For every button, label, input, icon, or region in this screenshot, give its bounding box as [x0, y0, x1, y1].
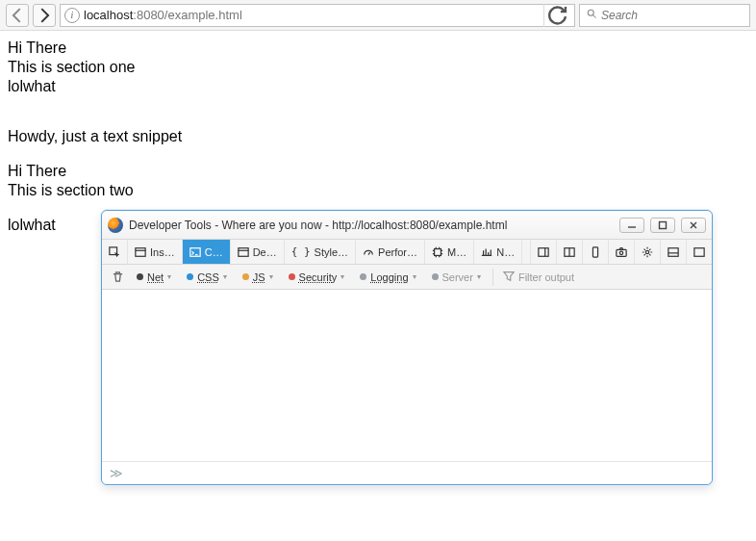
devtools-title: Developer Tools - Where are you now - ht…	[129, 219, 614, 232]
maximize-button[interactable]	[650, 218, 675, 233]
arrow-left-icon	[7, 5, 28, 26]
dock-side-button[interactable]	[531, 240, 557, 264]
filter-server[interactable]: Server▾	[425, 268, 488, 287]
trash-icon	[112, 270, 124, 283]
svg-point-0	[588, 10, 593, 15]
camera-icon	[616, 246, 627, 258]
funnel-icon	[503, 270, 515, 284]
debugger-icon	[238, 246, 249, 258]
filter-output[interactable]: Filter output	[497, 270, 574, 284]
devtools-titlebar[interactable]: Developer Tools - Where are you now - ht…	[102, 211, 712, 240]
gear-icon	[642, 246, 653, 258]
console-icon	[189, 246, 201, 258]
browser-toolbar: i localhost:8080/example.html	[0, 0, 756, 31]
console-input[interactable]: ≫	[102, 461, 712, 484]
tab-console[interactable]: C…	[183, 240, 231, 264]
filter-logging[interactable]: Logging▾	[353, 268, 422, 287]
svg-rect-7	[539, 247, 548, 256]
picker-icon	[109, 246, 120, 258]
maximize-icon	[658, 220, 668, 230]
filter-net[interactable]: Net▾	[130, 268, 178, 287]
tab-network[interactable]: N…	[474, 240, 522, 264]
svg-rect-3	[136, 247, 145, 256]
text-line: lolwhat	[8, 77, 748, 96]
search-input[interactable]	[601, 9, 746, 22]
dot-icon	[137, 273, 143, 280]
svg-point-12	[645, 250, 648, 253]
tab-memory[interactable]: M…	[425, 240, 474, 264]
dot-icon	[242, 273, 249, 280]
gauge-icon	[363, 246, 374, 258]
url-bar[interactable]: i localhost:8080/example.html	[60, 4, 575, 27]
arrow-right-icon	[34, 5, 55, 26]
svg-point-11	[619, 251, 622, 254]
reload-button[interactable]	[543, 4, 570, 27]
separator	[492, 269, 493, 286]
window-buttons	[619, 218, 706, 233]
clear-console-button[interactable]	[106, 270, 129, 283]
text-line: This is section one	[8, 58, 748, 77]
filter-security[interactable]: Security▾	[282, 268, 352, 287]
text-line: Hi There	[8, 162, 748, 181]
dot-icon	[360, 273, 366, 280]
close-button[interactable]	[681, 218, 706, 233]
iframe-picker-button[interactable]	[102, 240, 128, 264]
search-bar[interactable]	[579, 4, 750, 27]
devtools-window: Developer Tools - Where are you now - ht…	[101, 210, 713, 485]
settings-button[interactable]	[635, 240, 661, 264]
responsive-mode-button[interactable]	[583, 240, 609, 264]
dot-icon	[289, 273, 295, 280]
svg-rect-9	[592, 246, 597, 256]
filter-js[interactable]: JS▾	[236, 268, 280, 287]
url-text: localhost:8080/example.html	[84, 8, 540, 22]
console-filter-bar: Net▾ CSS▾ JS▾ Security▾ Logging▾ Server▾…	[102, 265, 712, 290]
minimize-icon	[627, 220, 637, 230]
dock-split-button[interactable]	[557, 240, 583, 264]
svg-rect-5	[238, 247, 247, 256]
back-button[interactable]	[6, 4, 29, 27]
svg-rect-13	[668, 247, 678, 256]
minimize-button[interactable]	[619, 218, 644, 233]
tab-debugger[interactable]: De…	[231, 240, 285, 264]
text-line: This is section two	[8, 181, 748, 200]
filter-css[interactable]: CSS▾	[180, 268, 234, 287]
dock-window-icon	[693, 246, 705, 258]
window-icon	[135, 246, 146, 258]
screenshot-button[interactable]	[609, 240, 635, 264]
text-line: Howdy, just a text snippet	[8, 127, 748, 146]
prompt-icon: ≫	[110, 466, 123, 480]
svg-rect-14	[694, 247, 704, 256]
network-icon	[481, 246, 492, 258]
devtools-tabstrip: Ins… C… De… { }Style… Perfor… M… N…	[102, 240, 712, 265]
svg-rect-10	[617, 249, 626, 256]
dock-window-button[interactable]	[687, 240, 712, 264]
svg-rect-1	[660, 221, 667, 228]
forward-button[interactable]	[33, 4, 56, 27]
memory-icon	[432, 246, 443, 258]
device-icon	[590, 246, 601, 258]
dock-split-icon	[564, 246, 575, 258]
dot-icon	[187, 273, 193, 280]
svg-rect-6	[435, 248, 441, 255]
firefox-icon	[108, 218, 123, 233]
tab-performance[interactable]: Perfor…	[356, 240, 425, 264]
close-icon	[689, 220, 698, 230]
reload-icon	[544, 2, 570, 28]
tab-style-editor[interactable]: { }Style…	[285, 240, 356, 264]
search-icon	[586, 8, 597, 22]
info-icon[interactable]: i	[64, 8, 80, 23]
text-line: Hi There	[8, 39, 748, 58]
dock-side-icon	[538, 246, 549, 258]
braces-icon: { }	[291, 245, 311, 258]
dock-bottom-icon	[668, 246, 679, 258]
console-output[interactable]	[102, 290, 712, 461]
dock-bottom-button[interactable]	[661, 240, 687, 264]
tab-inspector[interactable]: Ins…	[128, 240, 183, 264]
dot-icon	[432, 273, 439, 280]
